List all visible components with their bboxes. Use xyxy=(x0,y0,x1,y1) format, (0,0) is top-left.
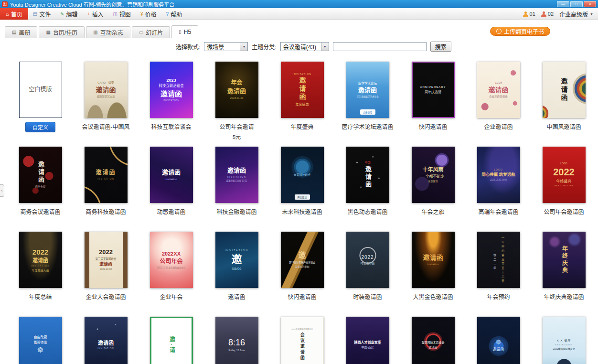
template-thumbnail[interactable]: 年终庆典 xyxy=(543,232,586,288)
slideshow-icon: ▭ xyxy=(139,30,143,35)
template-thumbnail[interactable]: INVITATION邀请函年度盛典 xyxy=(281,62,324,118)
template-thumbnail[interactable]: 二零二二年一年中的第三百五十六天 xyxy=(477,232,520,288)
template-card[interactable]: INVITATION邀08/06邀请函 xyxy=(204,232,269,317)
template-card[interactable]: X X 餐厅RESTAURANT2022中国国际博览会 xyxy=(531,317,597,364)
template-card[interactable]: 邀第13届新零售产业博览会诚邀您的参加快闪邀请函 xyxy=(269,232,335,317)
template-thumbnail[interactable]: 年会邀请函2023.01.20 xyxy=(215,62,258,118)
template-card[interactable]: 2022邀请函INVITATION年度总结大会年度总结 xyxy=(8,232,73,317)
template-card[interactable]: 2022XX公司年会2022.12.30 北京国际会议中心企业年会 xyxy=(139,232,204,317)
menu-item-price[interactable]: ¥价格 xyxy=(136,8,161,20)
template-thumbnail[interactable]: 陕西人才创业攻坚中国·西安 xyxy=(346,317,389,364)
template-thumbnail[interactable]: 2022邀请函INVITATION年度总结大会 xyxy=(19,232,62,288)
template-thumbnail[interactable]: CARD · 请柬邀请函诚邀您拨冗出席 xyxy=(85,62,128,118)
template-thumbnail[interactable]: 8:16Friday, 15 June xyxy=(215,317,258,364)
template-thumbnail[interactable]: 2023科技互联洽谈会邀请函INVITATION xyxy=(150,62,193,118)
template-card[interactable]: LOGO同心共赢 筑梦远航2022.12.30 19:00高端年会邀请函 xyxy=(466,147,531,232)
template-card[interactable]: 二零二二年一年中的第三百五十六天年会预约 xyxy=(466,232,531,317)
maximize-button[interactable]: □ xyxy=(570,1,583,7)
template-thumbnail[interactable]: 十年风雨一个都不能少故事集锦 xyxy=(412,147,455,203)
version-menu[interactable]: 企业高级版▼ xyxy=(559,10,593,18)
template-thumbnail[interactable]: 未来科技峰会开启邀请 xyxy=(281,147,324,203)
template-card[interactable]: CARD · 请柬邀请函诚邀您拨冗出席会议邀请函-中国风 xyxy=(73,62,139,147)
upload-ebook-button[interactable]: ↑ 上传翻页电子书 xyxy=(490,27,550,36)
menu-item-view[interactable]: ◫视图 xyxy=(108,8,135,20)
template-card[interactable]: 邀请函Invitation动感邀请函 xyxy=(139,147,204,232)
template-card[interactable]: 陕西人才创业攻坚中国·西安 xyxy=(335,317,400,364)
menu-item-insert[interactable]: +插入 xyxy=(83,8,108,20)
template-thumbnail[interactable]: 2022第三届互联网峰会邀请函2022.10.08 xyxy=(85,232,128,288)
template-card[interactable]: 未来科技峰会开启邀请未来科技邀请函 xyxy=(269,147,335,232)
template-thumbnail[interactable]: 自由改变蓄势待发☸ xyxy=(19,317,62,364)
group-2-button[interactable]: 02 xyxy=(541,11,554,17)
template-thumbnail[interactable]: 邀请函Invitation xyxy=(150,147,193,203)
template-thumbnail[interactable]: 空白模版 xyxy=(19,62,62,118)
group-1-button[interactable]: 01 xyxy=(523,11,535,17)
home-button[interactable]: ⌂ 首页 xyxy=(0,8,28,20)
template-card[interactable]: 2022第三届互联网峰会邀请函2022.10.08企业大会邀请函 xyxy=(73,232,139,317)
template-card[interactable]: 邀请函商务会议商务会议邀请函 xyxy=(8,147,73,232)
template-thumbnail[interactable]: 邀·请 xyxy=(150,317,193,364)
template-card[interactable]: 中国邀请函黑色动态邀请函 xyxy=(335,147,400,232)
template-thumbnail[interactable]: LOGO同心共赢 筑梦远航2022.12.30 19:00 xyxy=(477,147,520,203)
template-thumbnail[interactable]: 2022时装发布会 xyxy=(346,232,389,288)
tab-slideshow[interactable]: ▭幻灯片 xyxy=(132,26,170,38)
template-thumbnail[interactable]: 中国邀请函 xyxy=(346,147,389,203)
category-select[interactable]: 会议邀请(43) ▼ xyxy=(280,42,329,51)
chevron-down-icon[interactable]: ▼ xyxy=(240,43,247,51)
tab-magazine[interactable]: ▥互动杂志 xyxy=(86,26,130,38)
template-card[interactable]: 邀请函INVITATION xyxy=(73,317,139,364)
template-thumbnail[interactable]: 11.08邀请函企业年终答谢会 xyxy=(477,62,520,118)
template-card[interactable]: LOGO2022年终盛典INVITATION公司年会邀请函 xyxy=(531,147,597,232)
template-thumbnail[interactable]: 邀请函商务会议 xyxy=(19,147,62,203)
template-thumbnail[interactable]: ANNIVERSARY周年庆邀请 xyxy=(412,62,455,118)
template-card[interactable]: 11.08邀请函企业年终答谢会企业邀请函 xyxy=(466,62,531,147)
template-card[interactable]: ANNIVERSARY周年庆邀请快闪邀请函 xyxy=(400,62,466,147)
tab-calendar[interactable]: ▦台历/挂历 xyxy=(39,26,85,38)
panel-collapse-handle[interactable]: ‹ xyxy=(0,184,4,197)
template-thumbnail[interactable]: 邀请函 xyxy=(543,62,586,118)
menu-item-help[interactable]: ?帮助 xyxy=(161,8,187,20)
template-card[interactable]: 十年风雨一个都不能少故事集锦年会之旅 xyxy=(400,147,466,232)
template-thumbnail[interactable]: 2022年中国城市发展论坛会议邀请函 xyxy=(281,317,324,364)
template-thumbnail[interactable]: 邀请函INVITATION诚邀您拨冗出席 13:32 xyxy=(215,147,258,203)
template-card[interactable]: 邀请函INVITATION商务科技邀请函 xyxy=(73,147,139,232)
template-thumbnail[interactable]: X X 餐厅RESTAURANT2022中国国际博览会 xyxy=(543,317,586,364)
style-select[interactable]: 微场景 ▼ xyxy=(204,42,248,51)
chevron-down-icon[interactable]: ▼ xyxy=(321,43,329,51)
template-card[interactable]: 2022时装发布会时装邀请函 xyxy=(335,232,400,317)
template-card[interactable]: 8:16Friday, 15 June xyxy=(204,317,269,364)
template-thumbnail[interactable]: 邀第13届新零售产业博览会诚邀您的参加 xyxy=(281,232,324,288)
template-thumbnail[interactable]: 2022XX公司年会2022.12.30 北京国际会议中心 xyxy=(150,232,193,288)
close-button[interactable]: × xyxy=(584,1,596,7)
template-card[interactable]: 邀请函INVITATION诚邀您拨冗出席 13:32科技金融邀请函 xyxy=(204,147,269,232)
template-card[interactable]: ☸邀请函 xyxy=(466,317,531,364)
template-thumbnail[interactable]: 互联网技术高峰会邀请函 xyxy=(412,317,455,364)
template-card[interactable]: 年会邀请函2023.01.20公司年会邀请5元 xyxy=(204,62,269,147)
search-button[interactable]: 搜索 xyxy=(430,42,451,52)
template-card[interactable]: 自由改变蓄势待发☸ xyxy=(8,317,73,364)
template-card[interactable]: 邀请函中国风邀请函 xyxy=(531,62,597,147)
template-thumbnail[interactable]: 邀请函invitation xyxy=(412,232,455,288)
template-thumbnail[interactable]: 医学学术论坛邀请函2022全国医学学术年会点击查看 xyxy=(346,62,389,118)
template-thumbnail[interactable]: 邀请函INVITATION xyxy=(85,147,128,203)
template-thumbnail[interactable]: INVITATION邀08/06 xyxy=(215,232,258,288)
template-thumbnail[interactable]: 邀请函INVITATION xyxy=(85,317,128,364)
template-card[interactable]: 2023科技互联洽谈会邀请函INVITATION科技互联洽谈会 xyxy=(139,62,204,147)
customize-button[interactable]: 自定义 xyxy=(25,122,55,132)
template-card[interactable]: 邀·请 xyxy=(139,317,204,364)
template-card[interactable]: 互联网技术高峰会邀请函 xyxy=(400,317,466,364)
template-thumbnail[interactable]: LOGO2022年终盛典INVITATION xyxy=(543,147,586,203)
template-thumbnail[interactable]: ☸邀请函 xyxy=(477,317,520,364)
template-card[interactable]: 2022年中国城市发展论坛会议邀请函 xyxy=(269,317,335,364)
menu-item-file[interactable]: ▤文件 xyxy=(28,8,55,20)
menu-item-edit[interactable]: ✎编辑 xyxy=(55,8,82,20)
minimize-button[interactable]: — xyxy=(557,1,569,7)
template-card[interactable]: INVITATION邀请函年度盛典年度盛典 xyxy=(269,62,335,147)
template-card[interactable]: 医学学术论坛邀请函2022全国医学学术年会点击查看医疗学术论坛邀请函 xyxy=(335,62,400,147)
blank-template-card[interactable]: 空白模版自定义 xyxy=(8,62,73,147)
tab-album[interactable]: ▤画册 xyxy=(5,26,37,38)
template-card[interactable]: 年终庆典年终庆典邀请函 xyxy=(531,232,597,317)
tab-h5[interactable]: ▯H5 xyxy=(171,25,198,38)
search-input[interactable] xyxy=(333,42,427,51)
template-card[interactable]: 邀请函invitation大黑金色邀请函 xyxy=(400,232,466,317)
